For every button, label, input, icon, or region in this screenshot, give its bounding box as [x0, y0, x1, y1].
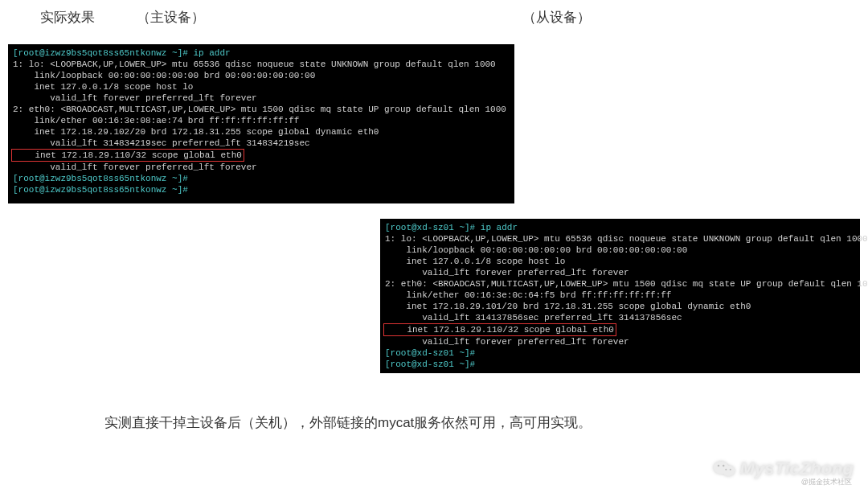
term-line: valid_lft forever preferred_lft forever: [13, 162, 257, 172]
prompt-line: [root@izwz9bs5qot8ss65ntkonwz ~]#: [13, 174, 188, 183]
highlighted-vip-line: inet 172.18.29.110/32 scope global eth0: [383, 323, 616, 336]
term-line: link/ether 00:16:3e:0c:64:f5 brd ff:ff:f…: [385, 290, 671, 300]
highlighted-vip-line: inet 172.18.29.110/32 scope global eth0: [11, 149, 244, 162]
term-line: inet 172.18.29.101/20 brd 172.18.31.255 …: [385, 302, 751, 311]
terminal-main-device: [root@izwz9bs5qot8ss65ntkonwz ~]# ip add…: [8, 44, 514, 203]
effect-label: 实际效果: [40, 8, 137, 27]
term-line: inet 172.18.29.102/20 brd 172.18.31.255 …: [13, 127, 379, 137]
term-line: 1: lo: <LOOPBACK,UP,LOWER_UP> mtu 65536 …: [385, 234, 868, 244]
terminal-slave-device: [root@xd-sz01 ~]# ip addr 1: lo: <LOOPBA…: [380, 219, 860, 373]
slave-device-label: （从设备）: [522, 8, 591, 27]
term-line: link/loopback 00:00:00:00:00:00 brd 00:0…: [13, 71, 315, 80]
header-labels: 实际效果 （主设备） （从设备）: [0, 0, 868, 38]
term-line: link/loopback 00:00:00:00:00:00 brd 00:0…: [385, 245, 687, 255]
conclusion-text: 实测直接干掉主设备后（关机），外部链接的mycat服务依然可用，高可用实现。: [104, 413, 592, 432]
term-line: link/ether 00:16:3e:08:ae:74 brd ff:ff:f…: [13, 116, 299, 125]
term-line: inet 127.0.0.1/8 scope host lo: [385, 257, 565, 266]
svg-point-1: [722, 466, 735, 476]
term-line: inet 127.0.0.1/8 scope host lo: [13, 82, 193, 92]
prompt-line: [root@xd-sz01 ~]#: [385, 348, 475, 358]
main-device-label: （主设备）: [137, 8, 522, 27]
wechat-icon: [713, 459, 735, 479]
term-line: valid_lft forever preferred_lft forever: [13, 93, 257, 103]
term-line: 2: eth0: <BROADCAST,MULTICAST,UP,LOWER_U…: [13, 105, 506, 114]
svg-point-4: [725, 469, 727, 471]
prompt-line: [root@izwz9bs5qot8ss65ntkonwz ~]# ip add…: [13, 48, 231, 58]
term-line: 2: eth0: <BROADCAST,MULTICAST,UP,LOWER_U…: [385, 279, 868, 289]
svg-point-2: [717, 465, 719, 466]
term-line: valid_lft forever preferred_lft forever: [385, 337, 629, 347]
prompt-line: [root@xd-sz01 ~]#: [385, 360, 475, 369]
prompt-line: [root@xd-sz01 ~]# ip addr: [385, 223, 518, 232]
svg-point-3: [723, 465, 724, 466]
footer-source: @掘金技术社区: [801, 477, 852, 487]
term-line: valid_lft 314137856sec preferred_lft 314…: [385, 313, 682, 323]
term-line: valid_lft forever preferred_lft forever: [385, 268, 629, 277]
svg-point-5: [729, 469, 731, 471]
prompt-line: [root@izwz9bs5qot8ss65ntkonwz ~]#: [13, 185, 188, 195]
term-line: 1: lo: <LOOPBACK,UP,LOWER_UP> mtu 65536 …: [13, 60, 496, 69]
term-line: valid_lft 314834219sec preferred_lft 314…: [13, 138, 310, 148]
